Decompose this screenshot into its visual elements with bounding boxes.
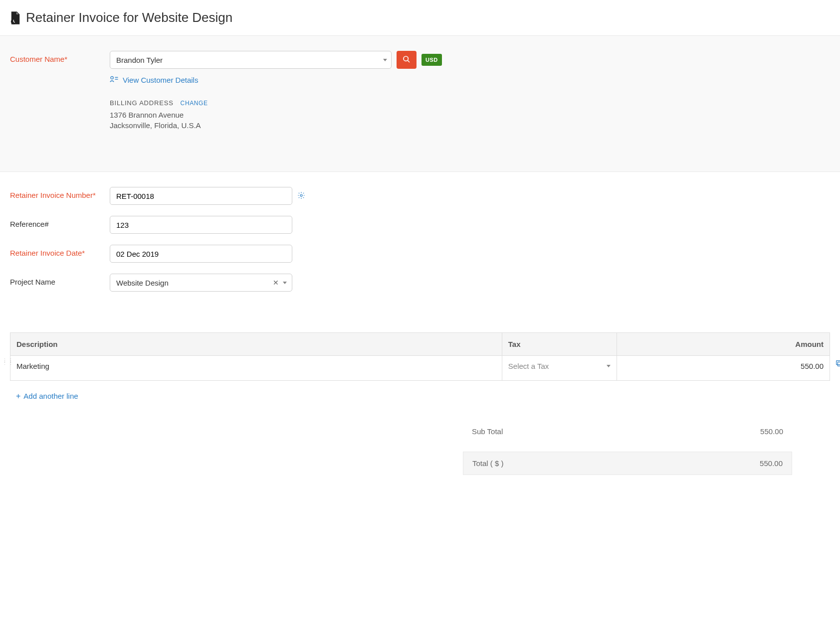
billing-address-label: BILLING ADDRESS: [110, 99, 174, 107]
chevron-down-icon: [383, 59, 387, 61]
view-customer-details-link[interactable]: View Customer Details: [123, 76, 198, 84]
line-amount-cell[interactable]: 550.00: [617, 356, 830, 381]
subtotal-label: Sub Total: [472, 427, 503, 436]
page-header: Retainer Invoice for Website Design: [0, 0, 840, 35]
currency-badge: USD: [421, 54, 442, 66]
invoice-number-input[interactable]: [110, 187, 292, 205]
line-items-table: Description Tax Amount Marketing Select …: [10, 332, 830, 381]
line-tax-cell[interactable]: Select a Tax: [502, 356, 617, 381]
plus-icon: +: [16, 392, 20, 400]
subtotal-value: 550.00: [760, 427, 783, 436]
line-description-cell[interactable]: Marketing: [10, 356, 502, 381]
invoice-number-settings[interactable]: [297, 191, 306, 200]
address-line-1: 1376 Brannon Avenue: [110, 110, 459, 120]
change-billing-link[interactable]: CHANGE: [181, 100, 208, 107]
total-value: 550.00: [760, 459, 783, 468]
invoice-fields-section: Retainer Invoice Number* Reference# Reta…: [0, 172, 840, 322]
project-name-select[interactable]: Website Design ✕: [110, 274, 292, 292]
search-icon: [403, 55, 411, 65]
project-name-label: Project Name: [10, 274, 110, 286]
customer-name-value: Brandon Tyler: [116, 56, 163, 64]
add-line-label: Add another line: [23, 392, 78, 400]
gear-icon: [297, 191, 305, 201]
address-line-2: Jacksonville, Florida, U.S.A: [110, 120, 459, 131]
svg-rect-8: [837, 361, 840, 365]
header-tax: Tax: [502, 333, 617, 356]
total-label: Total ( $ ): [472, 459, 504, 468]
svg-point-6: [300, 194, 302, 196]
header-amount: Amount: [617, 333, 830, 356]
reference-label: Reference#: [10, 216, 110, 228]
line-tax-placeholder: Select a Tax: [508, 362, 549, 370]
line-item-row: Marketing Select a Tax 550.00: [10, 356, 830, 381]
customer-search-button[interactable]: [397, 51, 417, 69]
reference-input[interactable]: [110, 216, 292, 234]
svg-rect-7: [838, 362, 840, 366]
copy-line-icon[interactable]: [835, 359, 840, 369]
header-description: Description: [10, 333, 502, 356]
invoice-date-input[interactable]: [110, 245, 292, 263]
user-details-icon: [110, 76, 119, 84]
clear-project-icon[interactable]: ✕: [273, 279, 279, 287]
customer-name-select[interactable]: Brandon Tyler: [110, 51, 392, 69]
page-title: Retainer Invoice for Website Design: [26, 10, 232, 25]
project-name-value: Website Design: [116, 279, 169, 287]
chevron-down-icon: [283, 282, 287, 284]
billing-address-block: BILLING ADDRESS CHANGE 1376 Brannon Aven…: [110, 99, 459, 131]
line-items-section: ⋮⋮⋮⋮ Description Tax Amount Marketing Se…: [0, 322, 840, 485]
invoice-date-label: Retainer Invoice Date*: [10, 245, 110, 257]
chevron-down-icon: [607, 365, 611, 367]
retainer-invoice-icon: [10, 11, 21, 24]
svg-point-3: [111, 76, 113, 79]
customer-name-label: Customer Name*: [10, 51, 110, 63]
invoice-number-label: Retainer Invoice Number*: [10, 187, 110, 199]
svg-line-2: [408, 60, 410, 62]
add-line-button[interactable]: + Add another line: [16, 392, 78, 400]
svg-point-1: [404, 56, 408, 61]
customer-section: Customer Name* Brandon Tyler USD: [0, 35, 840, 172]
totals-block: Sub Total 550.00 Total ( $ ) 550.00: [463, 420, 792, 475]
